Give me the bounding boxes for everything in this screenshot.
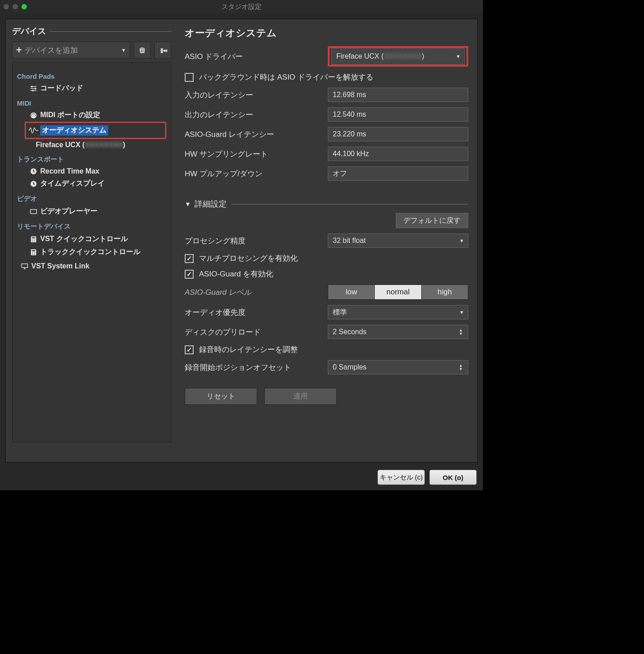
reset-button[interactable]: リセット [185, 388, 257, 405]
tree-item-label: Fireface UCX (XXXXXXXX) [36, 141, 125, 149]
svg-point-22 [32, 254, 33, 255]
add-device-dropdown[interactable]: + デバイスを追加 ▼ [12, 42, 130, 59]
defaults-button[interactable]: デフォルトに戻す [396, 213, 468, 228]
trash-icon [138, 46, 146, 54]
chevron-down-icon: ▼ [456, 54, 461, 59]
label-precision: プロセシング精度 [185, 236, 328, 246]
precision-value: 32 bit float [333, 237, 366, 245]
tree-group-transport: トランスポート [17, 155, 166, 164]
divider [231, 204, 468, 204]
tree-item-label: VST System Link [31, 262, 89, 270]
label-hw-pull: HW プルアップ/ダウン [185, 169, 328, 179]
svg-point-17 [34, 241, 35, 242]
svg-point-16 [32, 241, 33, 242]
svg-point-0 [31, 85, 33, 87]
tree-item-track-quick-control[interactable]: トラッククイックコントロール [26, 246, 166, 259]
asio-driver-select[interactable]: Fireface UCX (XXXXXXXX) ▼ [331, 48, 465, 65]
tree-item-label: コードパッド [40, 84, 83, 93]
svg-rect-24 [21, 264, 28, 268]
monitor-icon [18, 262, 31, 270]
release-bg-checkbox[interactable] [185, 73, 194, 82]
asio-guard-high[interactable]: high [422, 285, 468, 299]
label-asio-guard-level: ASIO-Guard レベル [185, 287, 328, 297]
audio-priority-select[interactable]: 標準 ▼ [328, 305, 468, 319]
divider [50, 31, 171, 32]
asio-guard-level-segmented[interactable]: low normal high [328, 285, 468, 300]
titlebar: スタジオ設定 [0, 0, 483, 13]
multiproc-checkbox[interactable]: ✓ [185, 254, 194, 263]
panel-title-devices: デバイス [12, 25, 46, 37]
value-asio-guard-latency: 23.220 ms [328, 127, 468, 141]
tree-item-chord-pad[interactable]: コードパッド [26, 82, 166, 95]
svg-point-21 [34, 252, 35, 253]
svg-point-23 [34, 254, 35, 255]
sliders-icon [27, 85, 40, 93]
label-hw-sample-rate: HW サンプリングレート [185, 149, 328, 159]
tree-item-audio-system[interactable]: オーディオシステム [26, 123, 161, 137]
value-hw-pull: オフ [328, 166, 468, 181]
svg-point-15 [34, 239, 35, 240]
remote-icon [27, 235, 40, 243]
asio-driver-value: Fireface UCX (XXXXXXXX) [336, 52, 424, 60]
tree-item-vst-quick-control[interactable]: VST クイックコントロール [26, 233, 166, 246]
svg-rect-19 [32, 250, 35, 251]
tree-item-time-display[interactable]: タイムディスプレイ [26, 177, 166, 190]
svg-point-2 [32, 89, 34, 91]
cancel-button[interactable]: キャンセル (c) [377, 470, 425, 485]
remote-icon [27, 248, 40, 256]
label-output-latency: 出力のレイテンシー [185, 110, 328, 120]
plus-icon: + [16, 44, 22, 56]
svg-rect-13 [32, 237, 35, 238]
tree-item-vst-system-link[interactable]: VST System Link [17, 260, 166, 272]
tree-group-video: ビデオ [17, 195, 166, 203]
asio-guard-low[interactable]: low [328, 285, 375, 299]
tree-item-label: オーディオシステム [40, 125, 108, 136]
disclosure-triangle-icon[interactable]: ▼ [185, 200, 191, 208]
asio-guard-normal[interactable]: normal [375, 285, 421, 299]
clock-icon [27, 180, 40, 188]
chevron-down-icon: ▼ [459, 310, 464, 315]
tree-item-label: トラッククイックコントロール [40, 247, 140, 257]
tree-item-midi-port-setup[interactable]: MIDI ポートの設定 [26, 109, 166, 122]
asio-guard-checkbox[interactable]: ✓ [185, 270, 194, 279]
device-tree[interactable]: Chord Pads コードパッド MIDI [12, 62, 171, 442]
label-multiproc: マルチプロセシングを有効化 [199, 253, 298, 263]
label-release-bg: バックグラウンド時は ASIO ドライバーを解放する [199, 72, 373, 82]
spinner-arrows-icon: ▲▼ [459, 364, 464, 371]
disk-preload-value: 2 Seconds [333, 328, 367, 336]
svg-point-1 [34, 88, 36, 89]
svg-point-5 [31, 115, 32, 116]
svg-rect-18 [31, 249, 36, 255]
rec-offset-spinner[interactable]: 0 Samples ▲▼ [328, 360, 468, 374]
clock-icon [27, 167, 40, 175]
label-asio-guard-latency: ASIO-Guard レイテンシー [185, 129, 328, 140]
spinner-arrows-icon: ▲▼ [459, 328, 464, 335]
reset-device-button[interactable]: ▮◂◂ [154, 42, 171, 59]
tree-group-chord-pads: Chord Pads [17, 72, 166, 80]
rewind-icon: ▮◂◂ [160, 47, 166, 54]
apply-button[interactable]: 適用 [264, 388, 337, 405]
ok-button[interactable]: OK (o) [429, 470, 477, 485]
value-hw-sample-rate: 44.100 kHz [328, 147, 468, 161]
window-title: スタジオ設定 [0, 3, 483, 11]
tree-item-fireface[interactable]: Fireface UCX (XXXXXXXX) [26, 139, 166, 151]
audio-priority-value: 標準 [333, 308, 347, 317]
svg-point-8 [34, 114, 35, 115]
page-title: オーディオシステム [185, 26, 468, 40]
adjust-rec-latency-checkbox[interactable]: ✓ [185, 345, 194, 354]
label-asio-guard-enable: ASIO-Guard を有効化 [199, 269, 273, 279]
delete-device-button[interactable] [134, 42, 151, 59]
tree-group-remote: リモートデバイス [17, 222, 166, 231]
label-input-latency: 入力のレイテンシー [185, 90, 328, 100]
label-audio-priority: オーディオ優先度 [185, 307, 328, 318]
tree-item-video-player[interactable]: ビデオプレーヤー [26, 205, 166, 218]
tree-item-label: MIDI ポートの設定 [40, 110, 100, 120]
label-asio-driver: ASIO ドライバー [185, 51, 328, 62]
value-input-latency: 12.698 ms [328, 88, 468, 102]
precision-select[interactable]: 32 bit float ▼ [328, 234, 468, 248]
disk-preload-spinner[interactable]: 2 Seconds ▲▼ [328, 325, 468, 339]
tree-item-record-time-max[interactable]: Record Time Max [26, 166, 166, 177]
add-device-label: デバイスを追加 [25, 45, 78, 55]
chevron-down-icon: ▼ [121, 47, 126, 53]
tree-item-label: VST クイックコントロール [40, 234, 128, 244]
